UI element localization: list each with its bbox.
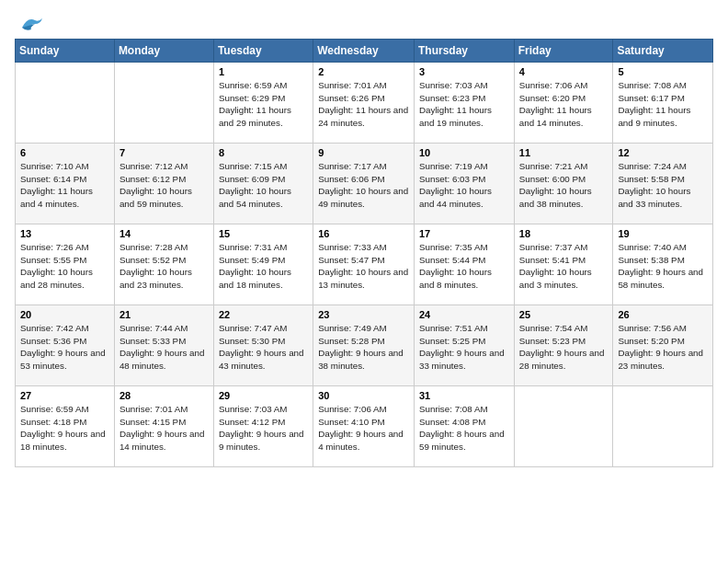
day-info: Sunrise: 7:01 AM Sunset: 4:15 PM Dayligh… bbox=[119, 403, 209, 454]
day-number: 15 bbox=[219, 228, 308, 239]
day-info: Sunrise: 6:59 AM Sunset: 4:18 PM Dayligh… bbox=[20, 403, 109, 454]
sunrise-text: Sunrise: 7:12 AM bbox=[119, 161, 188, 171]
sunset-text: Sunset: 4:15 PM bbox=[119, 417, 186, 427]
day-info: Sunrise: 6:59 AM Sunset: 6:29 PM Dayligh… bbox=[219, 79, 308, 130]
day-info: Sunrise: 7:01 AM Sunset: 6:26 PM Dayligh… bbox=[318, 79, 409, 130]
daylight-text: Daylight: 9 hours and 14 minutes. bbox=[119, 429, 205, 452]
sunset-text: Sunset: 6:23 PM bbox=[419, 93, 485, 103]
table-row: 15 Sunrise: 7:31 AM Sunset: 5:49 PM Dayl… bbox=[213, 224, 313, 305]
logo bbox=[15, 15, 44, 31]
table-row bbox=[613, 386, 713, 467]
sunset-text: Sunset: 6:17 PM bbox=[618, 93, 684, 103]
calendar-week-row: 27 Sunrise: 6:59 AM Sunset: 4:18 PM Dayl… bbox=[16, 386, 713, 467]
col-monday: Monday bbox=[114, 40, 213, 63]
sunrise-text: Sunrise: 7:03 AM bbox=[219, 404, 288, 414]
day-info: Sunrise: 7:40 AM Sunset: 5:38 PM Dayligh… bbox=[618, 241, 708, 292]
day-number: 22 bbox=[219, 309, 308, 320]
sunrise-text: Sunrise: 7:08 AM bbox=[419, 404, 488, 414]
sunrise-text: Sunrise: 7:47 AM bbox=[219, 323, 288, 333]
day-number: 25 bbox=[519, 309, 609, 320]
day-number: 17 bbox=[419, 228, 509, 239]
header bbox=[15, 15, 713, 31]
table-row: 28 Sunrise: 7:01 AM Sunset: 4:15 PM Dayl… bbox=[114, 386, 213, 467]
daylight-text: Daylight: 11 hours and 9 minutes. bbox=[618, 105, 690, 128]
daylight-text: Daylight: 11 hours and 4 minutes. bbox=[20, 186, 93, 209]
daylight-text: Daylight: 10 hours and 49 minutes. bbox=[318, 186, 408, 209]
calendar-header-row: Sunday Monday Tuesday Wednesday Thursday… bbox=[16, 40, 713, 63]
sunrise-text: Sunrise: 7:08 AM bbox=[618, 80, 687, 90]
sunrise-text: Sunrise: 7:35 AM bbox=[419, 242, 488, 252]
daylight-text: Daylight: 9 hours and 58 minutes. bbox=[618, 267, 703, 290]
sunrise-text: Sunrise: 7:15 AM bbox=[219, 161, 288, 171]
daylight-text: Daylight: 11 hours and 14 minutes. bbox=[519, 105, 592, 128]
day-number: 4 bbox=[519, 66, 609, 77]
day-info: Sunrise: 7:49 AM Sunset: 5:28 PM Dayligh… bbox=[318, 322, 409, 373]
day-info: Sunrise: 7:08 AM Sunset: 4:08 PM Dayligh… bbox=[419, 403, 509, 454]
day-info: Sunrise: 7:47 AM Sunset: 5:30 PM Dayligh… bbox=[219, 322, 308, 373]
day-number: 6 bbox=[20, 147, 109, 158]
sunset-text: Sunset: 5:23 PM bbox=[519, 336, 586, 346]
day-number: 10 bbox=[419, 147, 509, 158]
sunrise-text: Sunrise: 6:59 AM bbox=[20, 404, 89, 414]
sunrise-text: Sunrise: 7:56 AM bbox=[618, 323, 687, 333]
sunset-text: Sunset: 5:52 PM bbox=[119, 255, 186, 265]
daylight-text: Daylight: 10 hours and 33 minutes. bbox=[618, 186, 690, 209]
sunrise-text: Sunrise: 7:31 AM bbox=[219, 242, 288, 252]
sunrise-text: Sunrise: 7:24 AM bbox=[618, 161, 687, 171]
daylight-text: Daylight: 9 hours and 48 minutes. bbox=[119, 348, 205, 371]
table-row: 5 Sunrise: 7:08 AM Sunset: 6:17 PM Dayli… bbox=[613, 63, 713, 144]
day-info: Sunrise: 7:03 AM Sunset: 6:23 PM Dayligh… bbox=[419, 79, 509, 130]
day-number: 8 bbox=[219, 147, 308, 158]
day-info: Sunrise: 7:35 AM Sunset: 5:44 PM Dayligh… bbox=[419, 241, 509, 292]
day-number: 31 bbox=[419, 390, 509, 401]
sunrise-text: Sunrise: 7:51 AM bbox=[419, 323, 488, 333]
day-info: Sunrise: 7:19 AM Sunset: 6:03 PM Dayligh… bbox=[419, 160, 509, 211]
day-info: Sunrise: 7:54 AM Sunset: 5:23 PM Dayligh… bbox=[519, 322, 609, 373]
daylight-text: Daylight: 11 hours and 19 minutes. bbox=[419, 105, 492, 128]
day-number: 5 bbox=[618, 66, 708, 77]
sunset-text: Sunset: 5:49 PM bbox=[219, 255, 285, 265]
sunset-text: Sunset: 5:28 PM bbox=[318, 336, 384, 346]
calendar-week-row: 20 Sunrise: 7:42 AM Sunset: 5:36 PM Dayl… bbox=[16, 305, 713, 386]
day-info: Sunrise: 7:42 AM Sunset: 5:36 PM Dayligh… bbox=[20, 322, 109, 373]
table-row: 26 Sunrise: 7:56 AM Sunset: 5:20 PM Dayl… bbox=[613, 305, 713, 386]
daylight-text: Daylight: 9 hours and 33 minutes. bbox=[419, 348, 505, 371]
sunrise-text: Sunrise: 7:28 AM bbox=[119, 242, 188, 252]
day-info: Sunrise: 7:37 AM Sunset: 5:41 PM Dayligh… bbox=[519, 241, 609, 292]
sunrise-text: Sunrise: 7:06 AM bbox=[519, 80, 588, 90]
day-info: Sunrise: 7:17 AM Sunset: 6:06 PM Dayligh… bbox=[318, 160, 409, 211]
sunrise-text: Sunrise: 7:26 AM bbox=[20, 242, 89, 252]
day-number: 12 bbox=[618, 147, 708, 158]
calendar-table: Sunday Monday Tuesday Wednesday Thursday… bbox=[15, 39, 713, 467]
table-row: 22 Sunrise: 7:47 AM Sunset: 5:30 PM Dayl… bbox=[213, 305, 313, 386]
daylight-text: Daylight: 10 hours and 28 minutes. bbox=[20, 267, 93, 290]
table-row: 20 Sunrise: 7:42 AM Sunset: 5:36 PM Dayl… bbox=[16, 305, 115, 386]
table-row: 10 Sunrise: 7:19 AM Sunset: 6:03 PM Dayl… bbox=[415, 144, 515, 224]
day-number: 3 bbox=[419, 66, 509, 77]
table-row bbox=[16, 63, 115, 144]
day-info: Sunrise: 7:33 AM Sunset: 5:47 PM Dayligh… bbox=[318, 241, 409, 292]
sunset-text: Sunset: 5:33 PM bbox=[119, 336, 186, 346]
sunset-text: Sunset: 6:20 PM bbox=[519, 93, 586, 103]
table-row: 21 Sunrise: 7:44 AM Sunset: 5:33 PM Dayl… bbox=[114, 305, 213, 386]
sunrise-text: Sunrise: 7:54 AM bbox=[519, 323, 588, 333]
sunset-text: Sunset: 6:06 PM bbox=[318, 174, 384, 184]
sunset-text: Sunset: 6:29 PM bbox=[219, 93, 285, 103]
daylight-text: Daylight: 10 hours and 13 minutes. bbox=[318, 267, 408, 290]
sunset-text: Sunset: 5:58 PM bbox=[618, 174, 684, 184]
sunset-text: Sunset: 6:26 PM bbox=[318, 93, 384, 103]
sunset-text: Sunset: 5:36 PM bbox=[20, 336, 86, 346]
daylight-text: Daylight: 9 hours and 28 minutes. bbox=[519, 348, 605, 371]
daylight-text: Daylight: 9 hours and 38 minutes. bbox=[318, 348, 404, 371]
daylight-text: Daylight: 11 hours and 29 minutes. bbox=[219, 105, 291, 128]
sunrise-text: Sunrise: 7:21 AM bbox=[519, 161, 588, 171]
sunrise-text: Sunrise: 7:01 AM bbox=[119, 404, 188, 414]
col-friday: Friday bbox=[514, 40, 613, 63]
table-row: 17 Sunrise: 7:35 AM Sunset: 5:44 PM Dayl… bbox=[415, 224, 515, 305]
sunrise-text: Sunrise: 7:10 AM bbox=[20, 161, 89, 171]
daylight-text: Daylight: 11 hours and 24 minutes. bbox=[318, 105, 408, 128]
table-row: 19 Sunrise: 7:40 AM Sunset: 5:38 PM Dayl… bbox=[613, 224, 713, 305]
calendar-week-row: 6 Sunrise: 7:10 AM Sunset: 6:14 PM Dayli… bbox=[16, 144, 713, 224]
sunrise-text: Sunrise: 7:44 AM bbox=[119, 323, 188, 333]
sunrise-text: Sunrise: 7:40 AM bbox=[618, 242, 687, 252]
